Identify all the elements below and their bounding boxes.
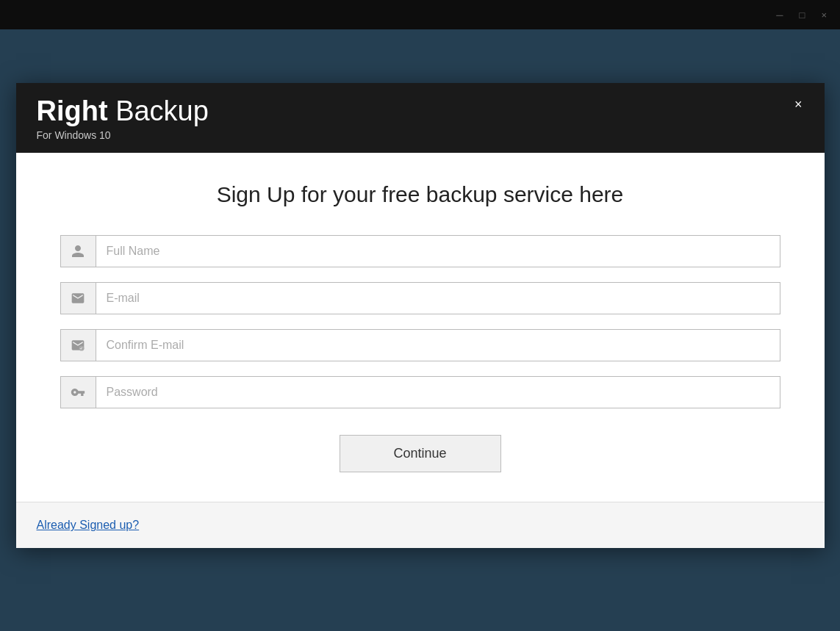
continue-button[interactable]: Continue [340,435,501,472]
already-signed-up-link[interactable]: Already Signed up? [37,519,140,532]
email-field-group [60,282,780,314]
modal-title-regular: Backup [108,95,209,126]
confirm-email-icon-container [61,330,96,361]
full-name-field-group [60,235,780,267]
modal-heading: Sign Up for your free backup service her… [60,182,780,207]
modal-title-bold: Right [37,95,108,126]
confirm-email-field-group [60,329,780,361]
password-input[interactable] [96,377,780,408]
full-name-input[interactable] [96,236,780,267]
confirm-email-icon [71,338,85,353]
modal-subtitle: For Windows 10 [37,129,209,141]
modal-overlay: Right Backup For Windows 10 × Sign Up fo… [0,0,840,631]
modal-dialog: Right Backup For Windows 10 × Sign Up fo… [16,83,825,549]
modal-title-block: Right Backup For Windows 10 [37,96,209,142]
password-icon-container [61,377,96,408]
confirm-email-input[interactable] [96,330,780,361]
email-icon [71,291,85,306]
key-icon [71,385,85,400]
modal-footer: Already Signed up? [16,502,825,548]
modal-title: Right Backup [37,96,209,127]
email-input[interactable] [96,283,780,314]
modal-header: Right Backup For Windows 10 × [16,83,825,154]
password-field-group [60,376,780,408]
user-icon-container [61,236,96,267]
modal-close-button[interactable]: × [790,96,807,112]
modal-body: Sign Up for your free backup service her… [16,153,825,502]
email-icon-container [61,283,96,314]
user-icon [71,244,85,259]
